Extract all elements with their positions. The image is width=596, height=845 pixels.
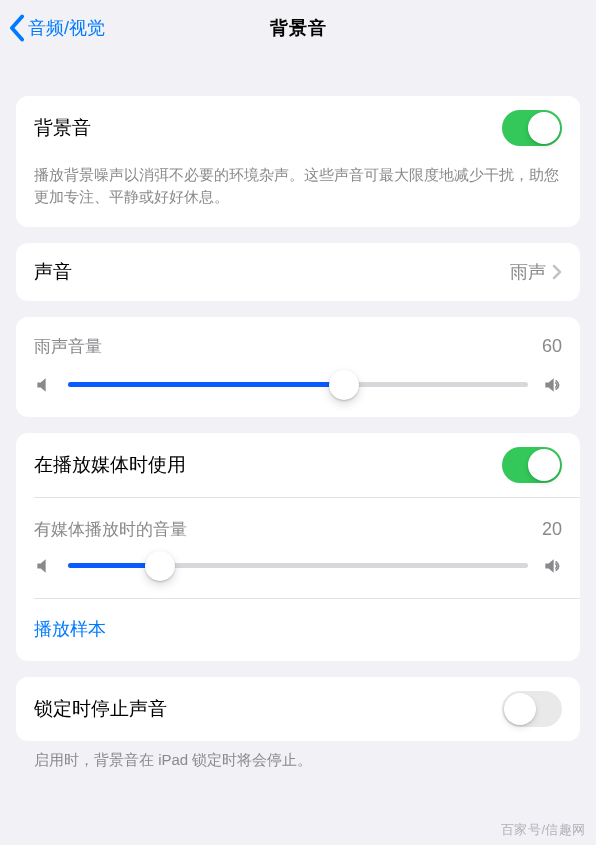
back-button[interactable]: 音频/视觉	[8, 14, 105, 42]
chevron-right-icon	[552, 264, 562, 280]
background-sound-description: 播放背景噪声以消弭不必要的环境杂声。这些声音可最大限度地减少干扰，助您更加专注、…	[16, 160, 580, 227]
row-sound-select[interactable]: 声音 雨声	[16, 243, 580, 301]
media-toggle-label: 在播放媒体时使用	[34, 452, 186, 478]
sound-select-label: 声音	[34, 259, 72, 285]
group-lock-stop: 锁定时停止声音	[16, 677, 580, 741]
group-media: 在播放媒体时使用 有媒体播放时的音量 20 播放样本	[16, 433, 580, 661]
volume-high-icon	[542, 375, 562, 395]
background-sound-label: 背景音	[34, 115, 91, 141]
group-rain-volume: 雨声音量 60	[16, 317, 580, 417]
media-volume-thumb[interactable]	[145, 551, 175, 581]
group-background-sound: 背景音 播放背景噪声以消弭不必要的环境杂声。这些声音可最大限度地减少干扰，助您更…	[16, 96, 580, 227]
rain-volume-slider-row	[16, 369, 580, 417]
rain-volume-value: 60	[542, 336, 562, 357]
rain-volume-thumb[interactable]	[329, 370, 359, 400]
chevron-left-icon	[8, 14, 26, 42]
sound-select-value: 雨声	[510, 260, 546, 284]
media-toggle[interactable]	[502, 447, 562, 483]
group-sound-select: 声音 雨声	[16, 243, 580, 301]
header: 音频/视觉 背景音	[0, 0, 596, 56]
lock-toggle[interactable]	[502, 691, 562, 727]
volume-low-icon	[34, 556, 54, 576]
lock-description: 启用时，背景音在 iPad 锁定时将会停止。	[0, 749, 596, 770]
media-volume-slider[interactable]	[68, 563, 528, 568]
lock-toggle-label: 锁定时停止声音	[34, 696, 167, 722]
back-label: 音频/视觉	[28, 16, 105, 40]
rain-volume-slider[interactable]	[68, 382, 528, 387]
volume-low-icon	[34, 375, 54, 395]
play-sample-link[interactable]: 播放样本	[16, 599, 580, 661]
row-lock-toggle: 锁定时停止声音	[16, 677, 580, 741]
media-volume-slider-row	[16, 550, 580, 598]
rain-volume-label: 雨声音量	[34, 335, 102, 358]
volume-high-icon	[542, 556, 562, 576]
row-media-toggle: 在播放媒体时使用	[16, 433, 580, 497]
media-volume-label: 有媒体播放时的音量	[34, 518, 187, 541]
background-sound-toggle[interactable]	[502, 110, 562, 146]
watermark: 百家号/信趣网	[501, 821, 586, 839]
row-background-sound-toggle: 背景音	[16, 96, 580, 160]
media-volume-value: 20	[542, 519, 562, 540]
